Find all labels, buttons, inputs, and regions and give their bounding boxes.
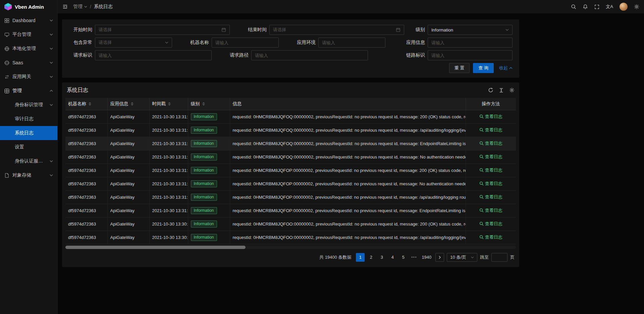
chevron-down-icon — [50, 160, 53, 162]
header-actions: 文A — [571, 3, 639, 11]
level-badge: Information — [191, 127, 217, 134]
pagination-ellipsis[interactable]: ••• — [410, 253, 418, 262]
chevron-down-icon — [165, 42, 168, 44]
chevron-down-icon — [50, 48, 53, 50]
view-log-button[interactable]: 查看日志 — [479, 154, 502, 160]
view-log-button[interactable]: 查看日志 — [479, 181, 502, 187]
menu-fold-icon[interactable] — [62, 4, 68, 9]
machine-name-cell: df5974d72363 — [65, 217, 107, 231]
chevron-down-icon — [84, 6, 87, 8]
machine-name-input[interactable] — [212, 38, 279, 48]
view-log-button[interactable]: 查看日志 — [479, 127, 502, 133]
next-page-button[interactable] — [435, 253, 444, 262]
translate-icon[interactable]: 文A — [606, 4, 613, 10]
pagination-page[interactable]: 5 — [399, 253, 408, 262]
pagination-page[interactable]: 3 — [377, 253, 386, 262]
view-log-button[interactable]: 查看日志 — [479, 207, 502, 213]
query-button[interactable]: 查 询 — [473, 63, 494, 73]
level-badge: Information — [191, 167, 217, 174]
app-info-cell: ApiGateWay — [107, 190, 149, 204]
start-time-picker[interactable]: 请选择 — [95, 25, 230, 35]
sidebar-item[interactable]: 对象存储 — [0, 168, 57, 182]
app-env-input[interactable] — [318, 38, 385, 48]
table-row: df5974d72363ApiGateWay2021-10-30 13:31:3… — [65, 177, 516, 190]
breadcrumb-parent[interactable]: 管理 — [73, 4, 87, 10]
request-path-input[interactable] — [251, 50, 368, 60]
level-select[interactable]: Information — [428, 25, 513, 35]
level-cell: Information — [188, 110, 230, 123]
message-cell: requestId: 0HMCRBM8JQFOQ:00000002, previ… — [230, 110, 466, 123]
jump-page-input[interactable] — [491, 253, 507, 262]
scrollbar-thumb[interactable] — [65, 246, 246, 249]
page-unit-label: 页 — [510, 254, 515, 260]
request-id-input[interactable] — [95, 50, 212, 60]
sidebar-item[interactable]: 本地化管理 — [0, 42, 57, 56]
table-toolbar — [488, 87, 515, 93]
sidebar-item[interactable]: Saas — [0, 56, 57, 70]
machine-name-cell: df5974d72363 — [65, 137, 107, 150]
machine-name-cell: df5974d72363 — [65, 123, 107, 137]
sidebar-subitem[interactable]: 审计日志 — [0, 112, 57, 126]
notification-bell-icon[interactable] — [583, 4, 588, 9]
chevron-down-icon — [50, 62, 53, 64]
pagination: 共 19400 条数据 12345•••1940 10 条/页 跳至 页 — [62, 249, 519, 264]
view-log-button[interactable]: 查看日志 — [479, 114, 502, 120]
action-cell: 查看日志 — [466, 177, 516, 190]
level-cell: Information — [188, 164, 230, 177]
view-log-button[interactable]: 查看日志 — [479, 194, 502, 200]
pagination-page[interactable]: 4 — [388, 253, 397, 262]
sidebar-item[interactable]: 平台管理 — [0, 27, 57, 42]
pagination-page[interactable]: 1 — [356, 253, 365, 262]
avatar[interactable] — [620, 3, 628, 11]
sidebar-subitem[interactable]: 设置 — [0, 140, 57, 154]
app-info-input[interactable] — [428, 38, 513, 48]
sidebar-subitem[interactable]: 身份认证服务器 — [0, 154, 57, 168]
pagination-pages: 12345•••1940 — [356, 253, 433, 262]
horizontal-scrollbar[interactable] — [65, 246, 516, 249]
table-row: df5974d72363ApiGateWay2021-10-30 13:31:3… — [65, 204, 516, 217]
table-card-header: 系统日志 — [62, 82, 519, 98]
view-log-button[interactable]: 查看日志 — [479, 234, 502, 240]
action-cell: 查看日志 — [466, 204, 516, 217]
search-icon[interactable] — [571, 4, 576, 9]
end-time-picker[interactable]: 请选择 — [269, 25, 404, 35]
column-height-icon[interactable] — [499, 88, 504, 93]
field-app-info: 应用信息 — [401, 38, 513, 48]
table-row: df5974d72363ApiGateWay2021-10-30 13:31:3… — [65, 190, 516, 204]
pagination-page[interactable]: 2 — [367, 253, 375, 262]
pagination-page[interactable]: 1940 — [420, 253, 433, 262]
reset-button[interactable]: 重 置 — [449, 63, 470, 73]
app-logo[interactable]: Vben Admin — [0, 0, 57, 13]
page-size-select[interactable]: 10 条/页 — [447, 253, 477, 262]
breadcrumb-separator: / — [90, 4, 91, 9]
level-cell: Information — [188, 231, 230, 244]
sidebar-subitem[interactable]: 系统日志 — [0, 126, 57, 140]
fullscreen-icon[interactable] — [594, 4, 599, 9]
pagination-total: 共 19400 条数据 — [319, 254, 351, 260]
sidebar-item[interactable]: 应用网关 — [0, 70, 57, 84]
settings-gear-icon[interactable] — [634, 4, 639, 9]
field-machine-name: 机器名称 — [185, 38, 279, 48]
column-header[interactable]: 时间戳 — [149, 98, 188, 110]
sidebar-item[interactable]: Dashboard — [0, 13, 57, 27]
column-settings-icon[interactable] — [509, 87, 515, 93]
column-header[interactable]: 级别 — [188, 98, 230, 110]
column-header[interactable]: 机器名称 — [65, 98, 107, 110]
trace-id-input[interactable] — [428, 50, 513, 60]
search-form-card: 开始时间 请选择 结束时间 请选择 — [62, 19, 519, 78]
sidebar-item[interactable]: 管理 — [0, 84, 57, 98]
level-cell: Information — [188, 217, 230, 231]
table-row: df5974d72363ApiGateWay2021-10-30 13:30:4… — [65, 217, 516, 231]
sidebar-subitem[interactable]: 身份标识管理 — [0, 98, 57, 112]
message-cell: requestId: 0HMCRBM8JQFOP:00000002, previ… — [230, 204, 466, 217]
view-log-button[interactable]: 查看日志 — [479, 167, 502, 173]
message-cell: requestId: 0HMCRBM8JQFOQ:00000002, previ… — [230, 123, 466, 137]
view-log-button[interactable]: 查看日志 — [479, 221, 502, 227]
view-log-button[interactable]: 查看日志 — [479, 140, 502, 146]
log-table-body: df5974d72363ApiGateWay2021-10-30 13:31:3… — [65, 110, 516, 244]
refresh-icon[interactable] — [488, 87, 493, 93]
collapse-toggle[interactable]: 收起 — [499, 65, 513, 71]
column-header[interactable]: 应用信息 — [107, 98, 149, 110]
column-header: 操作方法 — [466, 98, 516, 110]
contains-exception-select[interactable]: 请选择 — [95, 38, 172, 48]
